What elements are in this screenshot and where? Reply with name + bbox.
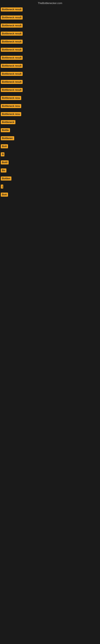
bottleneck-badge[interactable]: Bottle [1,128,10,132]
bottleneck-badge[interactable]: Bottleneck result [1,72,23,76]
bottleneck-badge[interactable]: Bottleneck result [1,80,23,84]
list-item: Bottleneck resu [0,110,100,118]
list-item: Bottleneck result [0,86,100,94]
bottleneck-badge[interactable]: Bo [1,168,6,172]
list-item: Bottleneck result [0,46,100,54]
bottleneck-badge[interactable]: Bottleneck resu [1,112,21,116]
list-item: Bottleneck result [0,62,100,70]
bottleneck-badge[interactable]: Bottleneck result [1,40,23,44]
bottleneck-badge[interactable]: Bottlenec [1,136,14,140]
bottleneck-badge[interactable]: Bott [1,144,8,148]
bottleneck-badge[interactable]: Bott [1,192,8,196]
page-wrapper: TheBottlenecker.com Bottleneck resultBot… [0,0,100,199]
list-item: Bottleneck result [0,6,100,14]
list-item: B [0,151,100,159]
list-item: Bottleneck result [0,22,100,30]
items-container: Bottleneck resultBottleneck resultBottle… [0,6,100,199]
list-item: Bottleneck result [0,38,100,46]
bottleneck-badge[interactable]: Bottleneck result [1,8,23,12]
list-item: Bott [0,143,100,151]
list-item: Bottleneck result [0,14,100,22]
bottleneck-badge[interactable]: Bottleneck result [1,24,23,28]
list-item: Bottle [0,126,100,135]
bottleneck-badge[interactable]: Bottleneck result [1,32,23,36]
list-item: Bottleneck [0,118,100,126]
bottleneck-badge[interactable]: Bottleneck result [1,64,23,68]
bottleneck-badge[interactable]: Bottlen [1,176,11,180]
list-item: Bottlen [0,175,100,183]
list-item: Bo [0,167,100,175]
bottleneck-badge[interactable]: | [1,184,3,188]
list-item: Bottleneck result [0,70,100,78]
list-item: Bott [0,191,100,199]
list-item: Bottleneck resu [0,102,100,110]
bottleneck-badge[interactable]: Bottleneck result [1,56,23,60]
bottleneck-badge[interactable]: Bottleneck [1,120,15,124]
list-item: Bottleneck result [0,54,100,62]
list-item: Bottlenec [0,135,100,143]
bottleneck-badge[interactable]: B [1,152,4,156]
bottleneck-badge[interactable]: Bottleneck result [1,48,23,52]
bottleneck-badge[interactable]: Bottl [1,160,9,164]
bottleneck-badge[interactable]: Bottleneck result [1,88,23,92]
list-item: Bottleneck resu [0,94,100,102]
bottleneck-badge[interactable]: Bottleneck result [1,16,23,20]
site-title: TheBottlenecker.com [38,2,62,5]
list-item: Bottl [0,159,100,167]
bottleneck-badge[interactable]: Bottleneck resu [1,96,21,100]
bottleneck-badge[interactable]: Bottleneck resu [1,104,21,108]
list-item: | [0,183,100,191]
site-header: TheBottlenecker.com [0,0,100,6]
list-item: Bottleneck result [0,78,100,86]
list-item: Bottleneck result [0,30,100,38]
